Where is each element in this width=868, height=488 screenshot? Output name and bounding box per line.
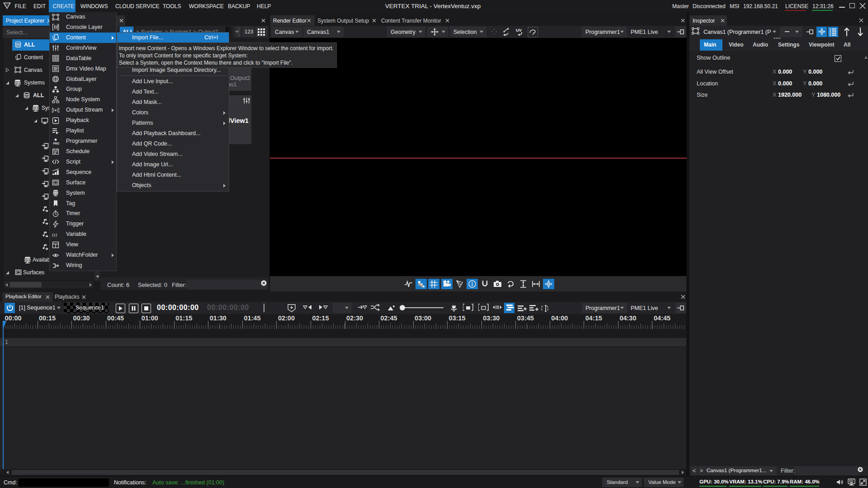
svg-text:PRG: PRG [53,142,60,145]
svg-text:(x): (x) [52,232,57,238]
svg-text:UV: UV [516,28,522,33]
